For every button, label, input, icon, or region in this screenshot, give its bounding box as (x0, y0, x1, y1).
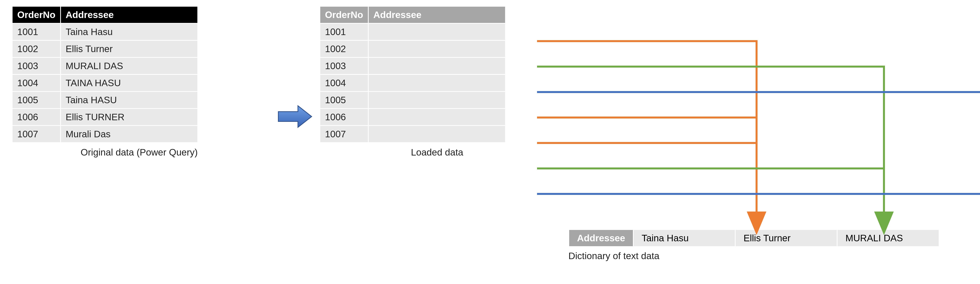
cell-order: 1004 (320, 75, 368, 92)
col-header-addressee: Addressee (60, 6, 198, 23)
table-row: 1003MURALI DAS (12, 57, 198, 75)
dict-item: Ellis Turner (735, 230, 837, 247)
cell-order: 1006 (12, 108, 60, 125)
table-row: 1006 (320, 108, 506, 125)
table-row: 1004 (320, 75, 506, 92)
cell-name: Taina HASU (60, 92, 198, 108)
table-row: 1005 (320, 92, 506, 108)
cell-name (368, 125, 506, 143)
col-header-addressee: Addressee (368, 6, 506, 23)
cell-name: Ellis TURNER (60, 108, 198, 125)
cell-name: MURALI DAS (60, 57, 198, 75)
cell-name: Ellis Turner (60, 40, 198, 57)
cell-order: 1003 (320, 57, 368, 75)
table-row: 1003 (320, 57, 506, 75)
table-row: 1007Murali Das (12, 125, 198, 143)
cell-order: 1001 (12, 23, 60, 40)
original-table: OrderNo Addressee 1001Taina Hasu 1002Ell… (12, 6, 198, 143)
dict-header: Addressee (569, 230, 633, 247)
table-row: 1006Ellis TURNER (12, 108, 198, 125)
dictionary-table-wrap: Addressee Taina Hasu Ellis Turner MURALI… (568, 229, 939, 261)
table-row: 1001 (320, 23, 506, 40)
table-row: 1004TAINA HASU (12, 75, 198, 92)
cell-order: 1001 (320, 23, 368, 40)
dictionary-table: Addressee Taina Hasu Ellis Turner MURALI… (568, 229, 939, 247)
loaded-table: OrderNo Addressee 1001 1002 1003 1004 10… (320, 6, 506, 143)
loaded-data-table: OrderNo Addressee 1001 1002 1003 1004 10… (320, 6, 555, 158)
col-header-orderno: OrderNo (12, 6, 60, 23)
cell-name (368, 108, 506, 125)
dictionary-caption: Dictionary of text data (568, 251, 939, 261)
svg-marker-0 (278, 106, 312, 127)
cell-order: 1002 (320, 40, 368, 57)
cell-order: 1007 (12, 125, 60, 143)
dict-item: Taina Hasu (633, 230, 735, 247)
table-row: 1002 (320, 40, 506, 57)
cell-order: 1007 (320, 125, 368, 143)
cell-name: Taina Hasu (60, 23, 198, 40)
cell-order: 1006 (320, 108, 368, 125)
cell-name (368, 23, 506, 40)
dict-item: MURALI DAS (837, 230, 939, 247)
cell-name: Murali Das (60, 125, 198, 143)
cell-order: 1005 (12, 92, 60, 108)
flow-arrow-icon (276, 104, 313, 130)
cell-name (368, 92, 506, 108)
loaded-caption: Loaded data (320, 147, 555, 158)
table-row: 1005Taina HASU (12, 92, 198, 108)
table-row: 1007 (320, 125, 506, 143)
cell-order: 1003 (12, 57, 60, 75)
table-row: 1002Ellis Turner (12, 40, 198, 57)
cell-name (368, 57, 506, 75)
cell-order: 1002 (12, 40, 60, 57)
col-header-orderno: OrderNo (320, 6, 368, 23)
table-row: 1001Taina Hasu (12, 23, 198, 40)
cell-name (368, 40, 506, 57)
original-caption: Original data (Power Query) (12, 147, 267, 158)
cell-order: 1005 (320, 92, 368, 108)
original-data-table: OrderNo Addressee 1001Taina Hasu 1002Ell… (12, 6, 267, 158)
cell-name: TAINA HASU (60, 75, 198, 92)
cell-name (368, 75, 506, 92)
cell-order: 1004 (12, 75, 60, 92)
